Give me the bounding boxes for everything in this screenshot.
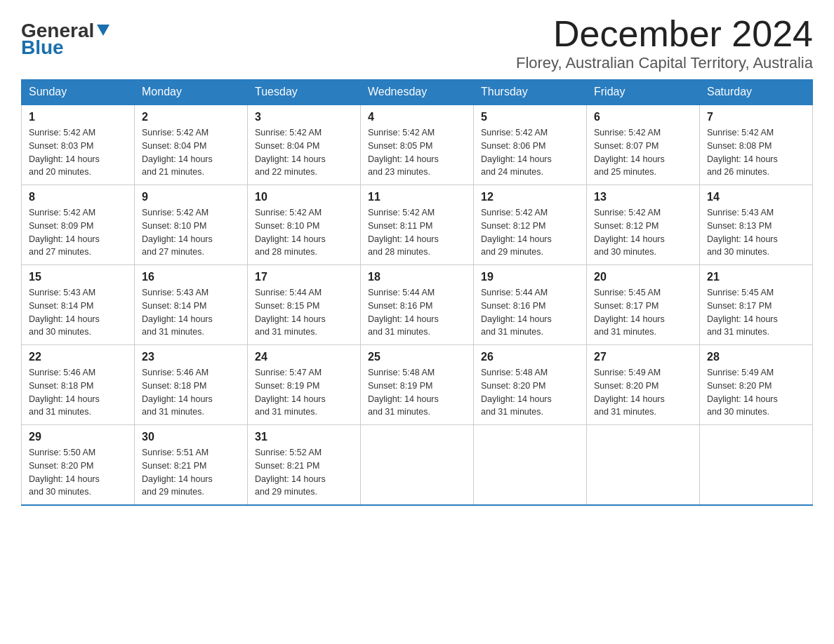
table-row: 12 Sunrise: 5:42 AMSunset: 8:12 PMDaylig… — [474, 185, 587, 265]
logo: General Blue — [21, 14, 111, 58]
day-number: 20 — [594, 271, 692, 283]
table-row: 22 Sunrise: 5:46 AMSunset: 8:18 PMDaylig… — [22, 345, 135, 425]
col-thursday: Thursday — [474, 80, 587, 105]
table-row: 19 Sunrise: 5:44 AMSunset: 8:16 PMDaylig… — [474, 265, 587, 345]
calendar-week-row: 22 Sunrise: 5:46 AMSunset: 8:18 PMDaylig… — [22, 345, 813, 425]
day-number: 13 — [594, 191, 692, 203]
day-info: Sunrise: 5:48 AMSunset: 8:19 PMDaylight:… — [368, 368, 439, 417]
day-number: 5 — [481, 111, 579, 123]
table-row: 2 Sunrise: 5:42 AMSunset: 8:04 PMDayligh… — [135, 105, 248, 185]
table-row: 27 Sunrise: 5:49 AMSunset: 8:20 PMDaylig… — [587, 345, 700, 425]
month-title: December 2024 — [516, 14, 813, 54]
day-number: 27 — [594, 351, 692, 363]
day-info: Sunrise: 5:45 AMSunset: 8:17 PMDaylight:… — [707, 288, 778, 337]
day-number: 18 — [368, 271, 466, 283]
day-info: Sunrise: 5:42 AMSunset: 8:09 PMDaylight:… — [29, 208, 100, 257]
svg-marker-0 — [97, 25, 110, 36]
day-info: Sunrise: 5:42 AMSunset: 8:12 PMDaylight:… — [481, 208, 552, 257]
day-info: Sunrise: 5:46 AMSunset: 8:18 PMDaylight:… — [29, 368, 100, 417]
day-number: 6 — [594, 111, 692, 123]
title-area: December 2024 Florey, Australian Capital… — [516, 14, 813, 72]
table-row: 7 Sunrise: 5:42 AMSunset: 8:08 PMDayligh… — [700, 105, 813, 185]
day-number: 29 — [29, 431, 127, 443]
day-number: 30 — [142, 431, 240, 443]
day-number: 8 — [29, 191, 127, 203]
col-sunday: Sunday — [22, 80, 135, 105]
day-number: 1 — [29, 111, 127, 123]
table-row: 5 Sunrise: 5:42 AMSunset: 8:06 PMDayligh… — [474, 105, 587, 185]
day-info: Sunrise: 5:44 AMSunset: 8:16 PMDaylight:… — [481, 288, 552, 337]
day-info: Sunrise: 5:42 AMSunset: 8:04 PMDaylight:… — [255, 128, 326, 177]
day-info: Sunrise: 5:45 AMSunset: 8:17 PMDaylight:… — [594, 288, 665, 337]
day-number: 10 — [255, 191, 353, 203]
table-row: 9 Sunrise: 5:42 AMSunset: 8:10 PMDayligh… — [135, 185, 248, 265]
day-info: Sunrise: 5:49 AMSunset: 8:20 PMDaylight:… — [707, 368, 778, 417]
day-info: Sunrise: 5:42 AMSunset: 8:10 PMDaylight:… — [255, 208, 326, 257]
day-info: Sunrise: 5:44 AMSunset: 8:15 PMDaylight:… — [255, 288, 326, 337]
day-number: 31 — [255, 431, 353, 443]
col-monday: Monday — [135, 80, 248, 105]
table-row: 4 Sunrise: 5:42 AMSunset: 8:05 PMDayligh… — [361, 105, 474, 185]
day-info: Sunrise: 5:42 AMSunset: 8:03 PMDaylight:… — [29, 128, 100, 177]
table-row: 18 Sunrise: 5:44 AMSunset: 8:16 PMDaylig… — [361, 265, 474, 345]
day-number: 12 — [481, 191, 579, 203]
table-row: 11 Sunrise: 5:42 AMSunset: 8:11 PMDaylig… — [361, 185, 474, 265]
day-info: Sunrise: 5:42 AMSunset: 8:04 PMDaylight:… — [142, 128, 213, 177]
table-row: 15 Sunrise: 5:43 AMSunset: 8:14 PMDaylig… — [22, 265, 135, 345]
table-row: 29 Sunrise: 5:50 AMSunset: 8:20 PMDaylig… — [22, 425, 135, 506]
table-row: 23 Sunrise: 5:46 AMSunset: 8:18 PMDaylig… — [135, 345, 248, 425]
day-info: Sunrise: 5:43 AMSunset: 8:14 PMDaylight:… — [142, 288, 213, 337]
day-info: Sunrise: 5:42 AMSunset: 8:08 PMDaylight:… — [707, 128, 778, 177]
day-number: 17 — [255, 271, 353, 283]
day-number: 14 — [707, 191, 805, 203]
table-row — [361, 425, 474, 506]
day-info: Sunrise: 5:43 AMSunset: 8:14 PMDaylight:… — [29, 288, 100, 337]
day-info: Sunrise: 5:43 AMSunset: 8:13 PMDaylight:… — [707, 208, 778, 257]
table-row: 20 Sunrise: 5:45 AMSunset: 8:17 PMDaylig… — [587, 265, 700, 345]
col-wednesday: Wednesday — [361, 80, 474, 105]
day-info: Sunrise: 5:42 AMSunset: 8:06 PMDaylight:… — [481, 128, 552, 177]
day-number: 24 — [255, 351, 353, 363]
day-info: Sunrise: 5:42 AMSunset: 8:07 PMDaylight:… — [594, 128, 665, 177]
day-number: 21 — [707, 271, 805, 283]
table-row: 17 Sunrise: 5:44 AMSunset: 8:15 PMDaylig… — [248, 265, 361, 345]
table-row: 25 Sunrise: 5:48 AMSunset: 8:19 PMDaylig… — [361, 345, 474, 425]
day-number: 25 — [368, 351, 466, 363]
table-row: 24 Sunrise: 5:47 AMSunset: 8:19 PMDaylig… — [248, 345, 361, 425]
day-info: Sunrise: 5:44 AMSunset: 8:16 PMDaylight:… — [368, 288, 439, 337]
table-row: 1 Sunrise: 5:42 AMSunset: 8:03 PMDayligh… — [22, 105, 135, 185]
day-number: 22 — [29, 351, 127, 363]
logo-blue-text: Blue — [21, 38, 64, 58]
col-friday: Friday — [587, 80, 700, 105]
table-row: 26 Sunrise: 5:48 AMSunset: 8:20 PMDaylig… — [474, 345, 587, 425]
day-info: Sunrise: 5:46 AMSunset: 8:18 PMDaylight:… — [142, 368, 213, 417]
day-number: 23 — [142, 351, 240, 363]
day-number: 4 — [368, 111, 466, 123]
page-header: General Blue December 2024 Florey, Austr… — [21, 14, 813, 72]
day-number: 15 — [29, 271, 127, 283]
day-number: 9 — [142, 191, 240, 203]
calendar-week-row: 15 Sunrise: 5:43 AMSunset: 8:14 PMDaylig… — [22, 265, 813, 345]
table-row: 14 Sunrise: 5:43 AMSunset: 8:13 PMDaylig… — [700, 185, 813, 265]
table-row: 28 Sunrise: 5:49 AMSunset: 8:20 PMDaylig… — [700, 345, 813, 425]
day-info: Sunrise: 5:50 AMSunset: 8:20 PMDaylight:… — [29, 448, 100, 497]
col-saturday: Saturday — [700, 80, 813, 105]
day-number: 11 — [368, 191, 466, 203]
day-number: 26 — [481, 351, 579, 363]
table-row: 21 Sunrise: 5:45 AMSunset: 8:17 PMDaylig… — [700, 265, 813, 345]
day-number: 3 — [255, 111, 353, 123]
location-title: Florey, Australian Capital Territory, Au… — [516, 54, 813, 72]
day-info: Sunrise: 5:52 AMSunset: 8:21 PMDaylight:… — [255, 448, 326, 497]
table-row: 3 Sunrise: 5:42 AMSunset: 8:04 PMDayligh… — [248, 105, 361, 185]
day-info: Sunrise: 5:48 AMSunset: 8:20 PMDaylight:… — [481, 368, 552, 417]
day-number: 7 — [707, 111, 805, 123]
table-row — [700, 425, 813, 506]
table-row: 8 Sunrise: 5:42 AMSunset: 8:09 PMDayligh… — [22, 185, 135, 265]
day-info: Sunrise: 5:42 AMSunset: 8:12 PMDaylight:… — [594, 208, 665, 257]
table-row: 31 Sunrise: 5:52 AMSunset: 8:21 PMDaylig… — [248, 425, 361, 506]
calendar-week-row: 29 Sunrise: 5:50 AMSunset: 8:20 PMDaylig… — [22, 425, 813, 506]
table-row: 6 Sunrise: 5:42 AMSunset: 8:07 PMDayligh… — [587, 105, 700, 185]
table-row: 30 Sunrise: 5:51 AMSunset: 8:21 PMDaylig… — [135, 425, 248, 506]
day-info: Sunrise: 5:42 AMSunset: 8:10 PMDaylight:… — [142, 208, 213, 257]
day-info: Sunrise: 5:47 AMSunset: 8:19 PMDaylight:… — [255, 368, 326, 417]
